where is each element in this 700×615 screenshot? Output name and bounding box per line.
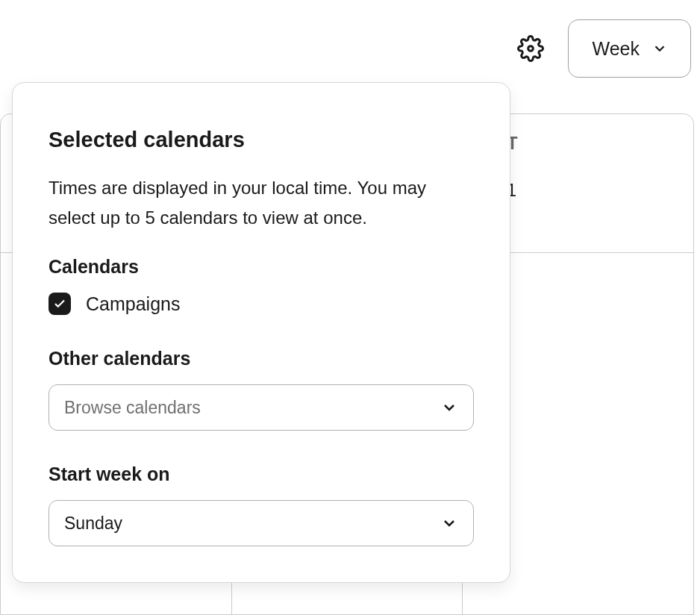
chevron-down-icon [651,40,668,57]
start-week-select[interactable]: Sunday [49,500,474,546]
settings-button[interactable] [514,32,547,65]
calendar-day-label: SAT [484,134,693,154]
other-calendars-section: Other calendars Browse calendars [49,348,474,431]
campaigns-checkbox-label: Campaigns [86,293,180,315]
gear-icon [517,35,544,62]
svg-point-0 [528,46,533,51]
calendar-day-number: 11 [497,181,693,201]
other-calendars-label: Other calendars [49,348,474,369]
campaigns-checkbox[interactable] [49,293,71,315]
start-week-label: Start week on [49,463,474,485]
calendars-section-label: Calendars [49,256,474,278]
popover-subtitle: Times are displayed in your local time. … [49,173,474,232]
selected-calendars-popover: Selected calendars Times are displayed i… [12,82,510,583]
start-week-value: Sunday [64,513,122,534]
chevron-down-icon [440,514,458,532]
browse-calendars-select[interactable]: Browse calendars [49,384,474,431]
toolbar: Week [514,19,691,78]
checkmark-icon [53,297,66,310]
start-week-section: Start week on Sunday [49,463,474,546]
popover-title: Selected calendars [49,128,474,152]
chevron-down-icon [440,399,458,416]
browse-calendars-placeholder: Browse calendars [64,398,201,418]
view-select-label: Week [593,38,640,60]
view-select[interactable]: Week [568,19,691,78]
calendar-checkbox-row: Campaigns [49,293,474,315]
